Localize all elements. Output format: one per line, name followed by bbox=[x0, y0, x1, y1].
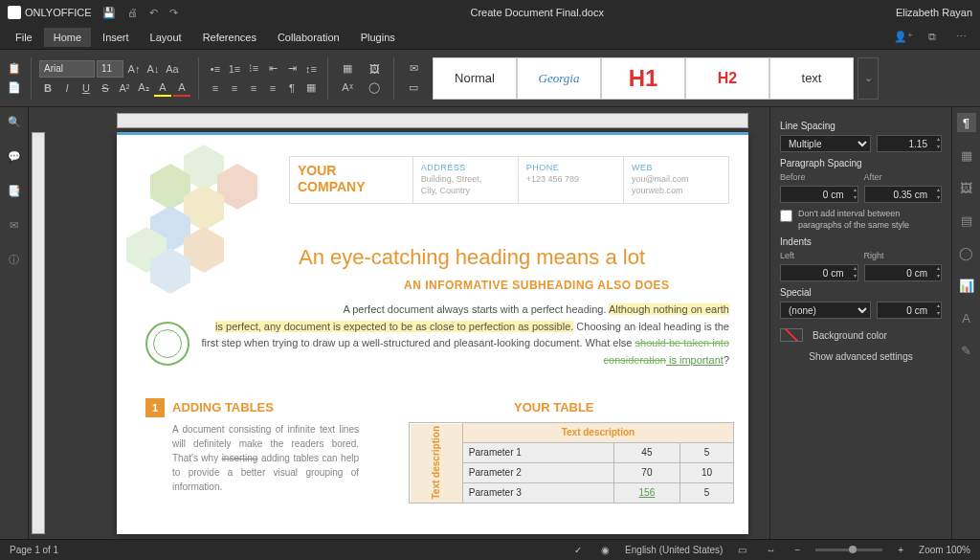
line-spacing-icon[interactable]: ↕≡ bbox=[302, 60, 320, 78]
style-georgia[interactable]: Georgia bbox=[517, 57, 601, 100]
font-select[interactable] bbox=[39, 60, 95, 78]
menu-insert[interactable]: Insert bbox=[93, 28, 139, 47]
mailmerge-icon[interactable]: ✉ bbox=[402, 60, 425, 78]
bullets-icon[interactable]: •≡ bbox=[207, 60, 224, 78]
indent-left-input[interactable] bbox=[780, 264, 858, 281]
no-interval-checkbox[interactable] bbox=[780, 210, 792, 222]
navigation-icon[interactable]: 📑 bbox=[6, 182, 23, 199]
zoom-out-icon[interactable]: − bbox=[791, 545, 804, 555]
align-center-icon[interactable]: ≡ bbox=[226, 79, 243, 97]
status-bar: Page 1 of 1 ✓ ◉ English (United States) … bbox=[0, 539, 980, 560]
shading-icon[interactable]: ▦ bbox=[302, 79, 320, 97]
font-size-select[interactable] bbox=[97, 60, 123, 78]
style-normal[interactable]: Normal bbox=[433, 57, 517, 100]
menu-layout[interactable]: Layout bbox=[141, 28, 191, 47]
horizontal-ruler[interactable] bbox=[117, 113, 748, 128]
menu-bar: File Home Insert Layout References Colla… bbox=[0, 25, 980, 50]
page-color-icon[interactable]: ▭ bbox=[402, 79, 425, 97]
decrease-font-icon[interactable]: A↓ bbox=[145, 60, 162, 78]
menu-references[interactable]: References bbox=[193, 28, 266, 47]
bg-color-swatch[interactable] bbox=[780, 328, 803, 342]
zoom-indicator[interactable]: Zoom 100% bbox=[919, 545, 970, 555]
redo-icon[interactable]: ↷ bbox=[169, 7, 178, 19]
spacing-after-input[interactable] bbox=[864, 186, 943, 203]
table-tab-icon[interactable]: ▦ bbox=[957, 146, 976, 165]
style-gallery: Normal Georgia H1 H2 text bbox=[433, 57, 854, 100]
clear-style-icon[interactable]: Aᵡ bbox=[336, 79, 359, 97]
zoom-in-icon[interactable]: + bbox=[894, 545, 907, 555]
superscript-icon[interactable]: A² bbox=[116, 79, 133, 97]
nonprinting-icon[interactable]: ¶ bbox=[283, 79, 301, 97]
page-indicator[interactable]: Page 1 of 1 bbox=[10, 545, 58, 555]
italic-icon[interactable]: I bbox=[58, 79, 76, 97]
numbering-icon[interactable]: 1≡ bbox=[226, 60, 243, 78]
vertical-ruler[interactable] bbox=[29, 107, 48, 539]
style-expand-icon[interactable]: ⌄ bbox=[858, 57, 879, 100]
fit-page-icon[interactable]: ▭ bbox=[734, 545, 750, 555]
address-label: ADDRESS bbox=[421, 163, 510, 172]
more-icon[interactable]: ⋯ bbox=[951, 28, 970, 47]
style-h1[interactable]: H1 bbox=[601, 57, 685, 100]
menu-home[interactable]: Home bbox=[44, 28, 91, 47]
indent-right-input[interactable] bbox=[864, 264, 943, 281]
align-right-icon[interactable]: ≡ bbox=[245, 79, 262, 97]
multilevel-icon[interactable]: ⁝≡ bbox=[245, 60, 262, 78]
advanced-settings-link[interactable]: Show advanced settings bbox=[780, 351, 942, 362]
menu-file[interactable]: File bbox=[6, 28, 42, 47]
web-label: WEB bbox=[632, 163, 721, 172]
increase-font-icon[interactable]: A↑ bbox=[125, 60, 143, 78]
feedback-icon[interactable]: ✉ bbox=[6, 216, 23, 234]
paste-icon[interactable]: 📄 bbox=[6, 79, 23, 97]
tracking-icon[interactable]: ◉ bbox=[597, 545, 613, 555]
fit-width-icon[interactable]: ↔ bbox=[762, 545, 779, 555]
font-color-icon[interactable]: A bbox=[173, 79, 190, 97]
header-tab-icon[interactable]: ▤ bbox=[957, 211, 976, 230]
company-name: YOURCOMPANY bbox=[290, 157, 413, 203]
language-indicator[interactable]: English (United States) bbox=[625, 545, 723, 555]
title-bar: ONLYOFFICE 💾 🖨 ↶ ↷ Create Document Final… bbox=[0, 0, 980, 25]
line-spacing-mode[interactable]: Multiple bbox=[780, 135, 871, 152]
image-tab-icon[interactable]: 🖼 bbox=[957, 178, 976, 197]
decorative-hexagons bbox=[126, 145, 299, 298]
special-mode[interactable]: (none) bbox=[780, 302, 871, 319]
document-table[interactable]: Text descriptionText description Paramet… bbox=[409, 422, 734, 504]
comments-icon[interactable]: 💬 bbox=[6, 147, 23, 165]
special-value[interactable] bbox=[877, 302, 942, 319]
document-page[interactable]: YOURCOMPANY ADDRESS Building, Street, Ci… bbox=[117, 132, 748, 534]
highlight-icon[interactable]: A bbox=[154, 79, 171, 97]
strike-icon[interactable]: S bbox=[97, 79, 114, 97]
paragraph-tab-icon[interactable]: ¶ bbox=[957, 113, 976, 132]
spacing-before-input[interactable] bbox=[780, 186, 858, 203]
shape-tab-icon[interactable]: ◯ bbox=[957, 243, 976, 262]
phone-label: PHONE bbox=[526, 163, 615, 172]
underline-icon[interactable]: U bbox=[78, 79, 95, 97]
insert-table-icon[interactable]: ▦ bbox=[336, 60, 359, 78]
justify-icon[interactable]: ≡ bbox=[264, 79, 281, 97]
signature-tab-icon[interactable]: ✎ bbox=[957, 341, 976, 360]
copy-icon[interactable]: 📋 bbox=[6, 60, 23, 78]
menu-collaboration[interactable]: Collaboration bbox=[268, 28, 349, 47]
style-text[interactable]: text bbox=[769, 57, 854, 100]
about-icon[interactable]: ⓘ bbox=[6, 251, 23, 268]
open-location-icon[interactable]: ⧉ bbox=[923, 28, 942, 47]
style-h2[interactable]: H2 bbox=[685, 57, 769, 100]
bold-icon[interactable]: B bbox=[39, 79, 56, 97]
insert-image-icon[interactable]: 🖼 bbox=[363, 60, 386, 78]
align-left-icon[interactable]: ≡ bbox=[207, 79, 224, 97]
spellcheck-icon[interactable]: ✓ bbox=[570, 545, 586, 555]
change-case-icon[interactable]: Aa bbox=[164, 60, 181, 78]
print-icon[interactable]: 🖨 bbox=[127, 7, 138, 18]
add-user-icon[interactable]: 👤⁺ bbox=[894, 28, 913, 47]
zoom-slider[interactable] bbox=[815, 549, 882, 551]
textart-tab-icon[interactable]: A bbox=[957, 308, 976, 327]
line-spacing-value[interactable] bbox=[877, 135, 942, 152]
menu-plugins[interactable]: Plugins bbox=[351, 28, 405, 47]
search-icon[interactable]: 🔍 bbox=[6, 113, 23, 130]
subscript-icon[interactable]: A₂ bbox=[135, 79, 152, 97]
chart-tab-icon[interactable]: 📊 bbox=[957, 276, 976, 295]
decrease-indent-icon[interactable]: ⇤ bbox=[264, 60, 281, 78]
increase-indent-icon[interactable]: ⇥ bbox=[283, 60, 301, 78]
insert-shape-icon[interactable]: ◯ bbox=[363, 79, 386, 97]
save-icon[interactable]: 💾 bbox=[102, 7, 116, 19]
undo-icon[interactable]: ↶ bbox=[149, 7, 158, 19]
